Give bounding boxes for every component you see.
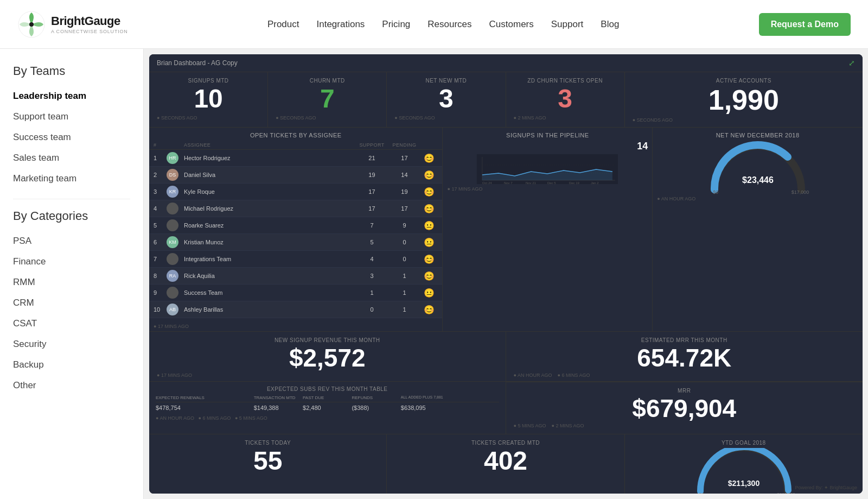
net-new-dec-card: Net New December 2018 $23,446 $0 $17,000… <box>653 128 863 331</box>
avatar: HR <box>167 152 178 164</box>
estimated-mrr-label: Estimated MRR This Month <box>514 337 856 343</box>
mrr-label: MRR <box>514 388 856 394</box>
sidebar-item-leadership[interactable]: Leadership team <box>13 86 130 106</box>
avatar: KR <box>167 186 178 198</box>
net-new-mtd-footer: ● SECONDS AGO <box>394 115 497 121</box>
nav-product[interactable]: Product <box>267 19 299 30</box>
svg-text:$200,000: $200,000 <box>777 492 795 494</box>
emoji-face: 😊 <box>420 170 438 180</box>
table-row: 8RARick Aquilia31😊 <box>149 268 442 285</box>
dashboard-title: Brian Dashboard - AG Copy <box>157 59 238 67</box>
zd-churn-value: 3 <box>514 86 617 112</box>
svg-text:Dec 5: Dec 5 <box>547 181 556 184</box>
tickets-today-label: Tickets Today <box>157 440 379 446</box>
table-row: 7Integrations Team40😊 <box>149 251 442 268</box>
powered-by: Powered By: ✦ BrightGauge <box>795 485 857 490</box>
sidebar-item-rmm[interactable]: RMM <box>13 272 130 293</box>
revenue-row: New Signup Revenue This Month $2,572 ● 1… <box>149 332 863 382</box>
nav-customers[interactable]: Customers <box>489 19 534 30</box>
bottom-row: Tickets Today 55 Tickets Created MTD 402… <box>149 434 863 494</box>
active-accounts-label: Active Accounts <box>633 78 855 84</box>
svg-text:$211,300: $211,300 <box>728 479 760 488</box>
avatar <box>167 219 178 231</box>
signups-mtd-label: Signups MTD <box>157 78 260 84</box>
ytd-goal-gauge: $211,300 $0 $200,000 <box>690 448 798 494</box>
table-row: 9Success Team11😐 <box>149 285 442 301</box>
avatar: AB <box>167 304 178 315</box>
open-tickets-card: Open Tickets By Assignee # ASSIGNEE SUPP… <box>149 128 443 331</box>
sidebar-divider <box>13 199 130 199</box>
emoji-face: 😊 <box>420 187 438 197</box>
expected-subs-title: Expected Subs Rev This Month Table <box>156 386 499 392</box>
churn-mtd-label: Churn MTD <box>276 78 379 84</box>
churn-mtd-footer: ● SECONDS AGO <box>276 115 379 121</box>
expected-subs-card: Expected Subs Rev This Month Table EXPEC… <box>149 382 506 434</box>
logo[interactable]: BrightGauge A CONNECTWISE SOLUTION <box>17 10 128 39</box>
pipeline-chart-svg: Oct 24 Nov 7 Nov 21 Dec 5 Dec 19 Jan 2 <box>447 154 648 184</box>
nav-resources[interactable]: Resources <box>427 19 471 30</box>
svg-text:$0: $0 <box>699 492 704 494</box>
sidebar-item-success[interactable]: Success team <box>13 127 130 148</box>
sidebar-item-security[interactable]: Security <box>13 334 130 355</box>
mrr-card: MRR $679,904 ● 5 MINS AGO ● 2 MINS AGO <box>506 382 863 434</box>
avatar: RA <box>167 270 178 282</box>
expand-icon[interactable]: ⤢ <box>848 59 855 67</box>
net-new-dec-footer: ● AN HOUR AGO <box>657 196 858 201</box>
stats-top-row: Signups MTD 10 ● SECONDS AGO Churn MTD 7… <box>149 72 863 128</box>
pipeline-title: Signups In The Pipeline <box>447 132 648 138</box>
signup-revenue-footer: ● 17 MINS AGO <box>157 372 498 378</box>
sidebar-item-other[interactable]: Other <box>13 375 130 396</box>
sidebar-item-finance[interactable]: Finance <box>13 251 130 272</box>
pipeline-card: Signups In The Pipeline 14 <box>443 128 653 331</box>
expected-subs-footer: ● AN HOUR AGO ● 6 MINS AGO ● 5 MINS AGO <box>156 415 499 421</box>
avatar <box>167 287 178 299</box>
sidebar-item-psa[interactable]: PSA <box>13 231 130 251</box>
svg-text:Dec 19: Dec 19 <box>569 181 580 184</box>
sidebar-item-backup[interactable]: Backup <box>13 355 130 375</box>
sidebar-item-csat[interactable]: CSAT <box>13 313 130 334</box>
net-new-dec-gauge: $23,446 $0 $17,000 <box>704 141 812 195</box>
signup-revenue-value: $2,572 <box>157 345 498 370</box>
demo-button[interactable]: Request a Demo <box>759 13 851 36</box>
nav-support[interactable]: Support <box>551 19 584 30</box>
header: BrightGauge A CONNECTWISE SOLUTION Produ… <box>0 0 868 49</box>
emoji-face: 😊 <box>420 271 438 281</box>
svg-text:Jan 2: Jan 2 <box>591 181 599 184</box>
pipeline-footer: ● 17 MINS AGO <box>447 186 648 192</box>
nav-integrations[interactable]: Integrations <box>317 19 365 30</box>
sidebar-item-crm[interactable]: CRM <box>13 293 130 313</box>
by-categories-title: By Categories <box>13 209 130 223</box>
dashboard-topbar: Brian Dashboard - AG Copy ⤢ <box>149 54 863 72</box>
open-tickets-title: Open Tickets By Assignee <box>149 128 442 141</box>
svg-text:$0: $0 <box>713 190 718 195</box>
sidebar-item-support[interactable]: Support team <box>13 106 130 127</box>
nav-pricing[interactable]: Pricing <box>382 19 410 30</box>
main-layout: By Teams Leadership team Support team Su… <box>0 49 868 499</box>
logo-text: BrightGauge <box>51 14 128 28</box>
svg-text:$23,446: $23,446 <box>742 175 774 185</box>
zd-churn-label: ZD Churn Tickets Open <box>514 78 617 84</box>
svg-text:Nov 7: Nov 7 <box>504 181 513 184</box>
avatar <box>167 203 178 214</box>
stat-net-new-mtd: Net New MTD 3 ● SECONDS AGO <box>387 72 506 127</box>
nav-blog[interactable]: Blog <box>601 19 619 30</box>
estimated-mrr-footer: ● AN HOUR AGO ● 6 MINS AGO <box>514 372 856 378</box>
stat-signups-mtd: Signups MTD 10 ● SECONDS AGO <box>149 72 268 127</box>
expected-subs-data-row: $478,754 $149,388 $2,480 ($388) $638,095 <box>156 402 499 412</box>
zd-churn-footer: ● 2 MINS AGO <box>514 115 617 121</box>
emoji-face: 😊 <box>420 305 438 315</box>
emoji-face: 😊 <box>420 204 438 214</box>
table-row: 2DSDaniel Silva1914😊 <box>149 167 442 184</box>
pipeline-number: 14 <box>447 141 648 152</box>
sidebar-item-sales[interactable]: Sales team <box>13 148 130 168</box>
table-row: 10ABAshley Barillas01😊 <box>149 301 442 318</box>
table-row: 3KRKyle Roque1719😊 <box>149 184 442 200</box>
main-nav: Product Integrations Pricing Resources C… <box>267 19 619 30</box>
svg-text:Oct 24: Oct 24 <box>482 181 492 184</box>
sidebar-item-marketing[interactable]: Marketing team <box>13 168 130 189</box>
net-new-dec-title: Net New December 2018 <box>657 132 858 138</box>
tickets-mtd-card: Tickets Created MTD 402 <box>387 434 624 494</box>
pipeline-chart: Oct 24 Nov 7 Nov 21 Dec 5 Dec 19 Jan 2 <box>447 154 648 184</box>
subs-mrr-row: Expected Subs Rev This Month Table EXPEC… <box>149 382 863 434</box>
tickets-footer: ● 17 MINS AGO <box>149 321 442 331</box>
